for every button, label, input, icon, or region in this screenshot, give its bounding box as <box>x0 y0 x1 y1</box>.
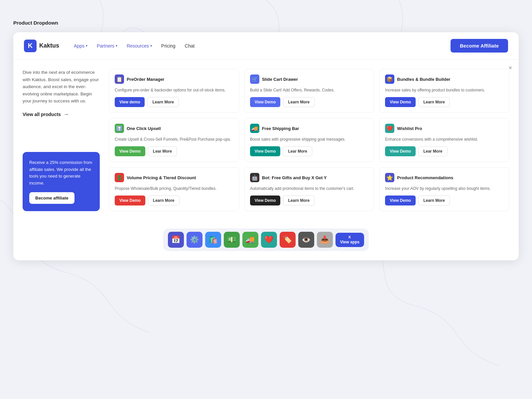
product-desc: Create Upsell & Cross-Sell Funnels, Pre&… <box>115 136 233 142</box>
product-name: Bundles & Bundle Builder <box>397 77 450 82</box>
product-icon: ❤️ <box>385 124 394 133</box>
product-actions: View Demo Learn More <box>385 97 504 107</box>
learn-more-button[interactable]: Learn More <box>283 97 315 107</box>
product-icon: 💲 <box>115 173 124 182</box>
icons-row: 📅⚙️🛍️💵🚚❤️🏷️👁️📥KView apps <box>163 228 369 251</box>
view-demo-button[interactable]: View Demo <box>250 146 281 156</box>
product-header: 🚚 Free Shipping Bar <box>250 124 369 133</box>
product-actions: View Demo Lear More <box>115 146 233 156</box>
nav-links: Apps ▾ Partners ▾ Resources ▾ Pricing Ch… <box>74 43 440 49</box>
view-demo-button[interactable]: View demo <box>115 97 145 107</box>
become-affiliate-button[interactable]: Become Affiliate <box>451 39 508 53</box>
learn-more-button[interactable]: Learn More <box>147 97 179 107</box>
product-header: 🤖 Bot: Free Gifts and Buy X Get Y <box>250 173 369 182</box>
product-header: 📦 Bundles & Bundle Builder <box>385 74 504 84</box>
logo-icon: K <box>24 40 37 52</box>
product-desc: Increase sales by offering product bundl… <box>385 87 504 93</box>
product-actions: View Demo Learn More <box>250 196 369 205</box>
learn-more-button[interactable]: Lear More <box>283 146 312 156</box>
learn-more-button[interactable]: Lear More <box>418 146 447 156</box>
product-actions: View Demo Lear More <box>250 146 369 156</box>
left-description: Dive into the next era of ecommerce with… <box>23 69 100 105</box>
product-card: ⭐ Product Recommendations Increase your … <box>379 167 509 211</box>
dropdown-panel: × Dive into the next era of ecommerce wi… <box>13 60 519 220</box>
product-actions: View Demo Learn More <box>250 97 369 107</box>
learn-more-button[interactable]: Learn More <box>148 196 180 205</box>
logo-text: Kaktus <box>39 42 59 49</box>
product-header: ⭐ Product Recommendations <box>385 173 504 182</box>
product-actions: View Demo Learn More <box>115 196 233 205</box>
chevron-down-icon: ▾ <box>86 44 87 48</box>
view-all-products-link[interactable]: View all products → <box>23 111 100 117</box>
product-desc: Increase your AOV by regularly upselling… <box>385 186 504 192</box>
learn-more-button[interactable]: Learn More <box>283 196 315 205</box>
product-card: 🚚 Free Shipping Bar Boost sales with pro… <box>244 118 374 162</box>
product-card: 📋 PreOrder Manager Configure pre-order &… <box>109 69 239 113</box>
product-card: 💲 Volume Pricing & Tiered Discount Propo… <box>109 167 239 211</box>
product-name: Bot: Free Gifts and Buy X Get Y <box>262 175 327 180</box>
view-demo-button[interactable]: View Demo <box>385 97 416 107</box>
nav-link-pricing[interactable]: Pricing <box>161 43 176 49</box>
product-icon: 📦 <box>385 74 394 84</box>
product-icon: 🤖 <box>250 173 259 182</box>
product-name: Product Recommendations <box>397 175 453 180</box>
product-card: 📦 Bundles & Bundle Builder Increase sale… <box>379 69 509 113</box>
bottom-icon-item[interactable]: ❤️ <box>261 232 277 248</box>
nav-link-partners[interactable]: Partners ▾ <box>97 43 117 49</box>
nav-link-resources[interactable]: Resources ▾ <box>127 43 152 49</box>
chevron-down-icon: ▾ <box>116 44 117 48</box>
view-demo-button[interactable]: View Demo <box>385 196 416 205</box>
view-demo-button[interactable]: View Demo <box>385 146 416 156</box>
product-header: 💲 Volume Pricing & Tiered Discount <box>115 173 233 182</box>
bottom-icon-item[interactable]: 👁️ <box>298 232 314 248</box>
product-name: Slide Cart Drawer <box>262 77 298 82</box>
bottom-icon-item[interactable]: ⚙️ <box>187 232 202 248</box>
logo-area[interactable]: K Kaktus <box>24 40 59 52</box>
product-desc: Build a Slide Cart! Add Offers, Rewards,… <box>250 87 369 93</box>
product-name: Free Shipping Bar <box>262 126 299 131</box>
product-desc: Automatically add promotional items to t… <box>250 186 369 192</box>
affiliate-box-button[interactable]: Become affiliate <box>29 192 74 204</box>
left-panel: Dive into the next era of ecommerce with… <box>23 69 109 211</box>
affiliate-box-text: Receive a 25% commission from affiliate … <box>29 159 93 187</box>
product-icon: 🚚 <box>250 124 259 133</box>
arrow-right-icon: → <box>64 111 69 117</box>
bottom-icons-bar: 📅⚙️🛍️💵🚚❤️🏷️👁️📥KView apps <box>13 220 519 260</box>
product-icon: ⬆️ <box>115 124 124 133</box>
product-name: PreOrder Manager <box>127 77 164 82</box>
product-card: 🤖 Bot: Free Gifts and Buy X Get Y Automa… <box>244 167 374 211</box>
product-actions: View Demo Learn More <box>385 196 504 205</box>
product-name: Wishlist Pro <box>397 126 422 131</box>
learn-more-button[interactable]: Learn More <box>418 196 450 205</box>
view-demo-button[interactable]: View Demo <box>250 97 281 107</box>
chevron-down-icon: ▾ <box>150 44 152 48</box>
product-header: 📋 PreOrder Manager <box>115 74 233 84</box>
product-card: 🛒 Slide Cart Drawer Build a Slide Cart! … <box>244 69 374 113</box>
view-demo-button[interactable]: View Demo <box>250 196 281 205</box>
affiliate-box: Receive a 25% commission from affiliate … <box>23 152 100 211</box>
bottom-icon-item[interactable]: 💵 <box>224 232 240 248</box>
bottom-icon-item[interactable]: 🏷️ <box>280 232 296 248</box>
product-desc: Boost sales with progressive shipping go… <box>250 136 369 142</box>
page-title: Product Dropdown <box>13 20 519 26</box>
view-apps-button[interactable]: KView apps <box>335 233 364 247</box>
bottom-icon-item[interactable]: 🛍️ <box>205 232 221 248</box>
view-demo-button[interactable]: View Demo <box>115 196 145 205</box>
bottom-icon-item[interactable]: 📅 <box>168 232 184 248</box>
nav-link-apps[interactable]: Apps ▾ <box>74 43 87 49</box>
view-demo-button[interactable]: View Demo <box>115 146 145 156</box>
products-grid: 📋 PreOrder Manager Configure pre-order &… <box>109 69 509 211</box>
product-desc: Propose Wholesale/Bulk pricing, Quantity… <box>115 186 233 192</box>
product-icon: 📋 <box>115 74 124 84</box>
bottom-icon-item[interactable]: 📥 <box>317 232 333 248</box>
learn-more-button[interactable]: Learn More <box>418 97 450 107</box>
product-desc: Configure pre-order & backorder options … <box>115 87 233 93</box>
product-name: One Click Upsell <box>127 126 161 131</box>
product-icon: ⭐ <box>385 173 394 182</box>
close-button[interactable]: × <box>508 65 512 71</box>
bottom-icon-item[interactable]: 🚚 <box>242 232 258 248</box>
learn-more-button[interactable]: Lear More <box>148 146 177 156</box>
nav-link-chat[interactable]: Chat <box>185 43 195 49</box>
product-actions: View Demo Lear More <box>385 146 504 156</box>
product-desc: Enhance conversions with a comprehensive… <box>385 136 504 142</box>
